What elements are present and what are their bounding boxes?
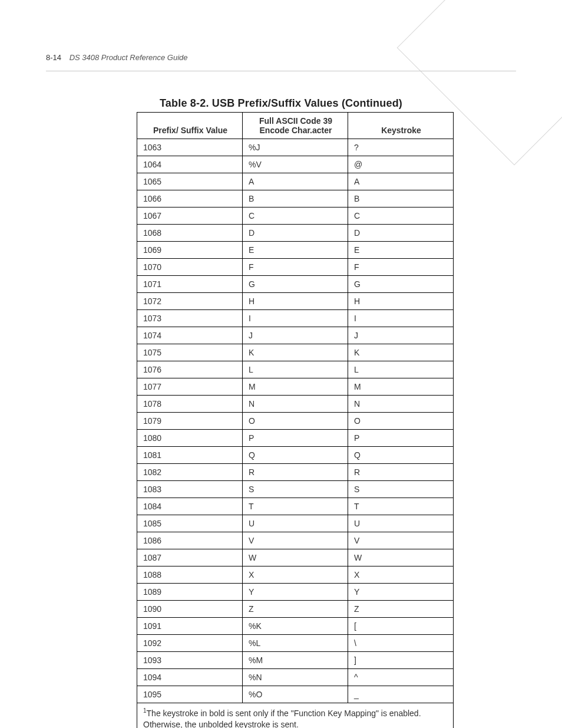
cell-encode-char: P	[243, 430, 348, 447]
cell-encode-char: %K	[243, 618, 348, 635]
cell-encode-char: %N	[243, 669, 348, 686]
table-row: 1080PP	[137, 430, 454, 447]
table-footnote: 1The keystroke in bold is sent only if t…	[137, 703, 454, 729]
cell-prefix-value: 1069	[137, 242, 243, 259]
cell-prefix-value: 1084	[137, 498, 243, 515]
cell-prefix-value: 1089	[137, 584, 243, 601]
cell-encode-char: U	[243, 515, 348, 532]
cell-keystroke: V	[348, 532, 454, 549]
table-row: 1081QQ	[137, 447, 454, 464]
cell-prefix-value: 1083	[137, 481, 243, 498]
table-row: 1078NN	[137, 396, 454, 413]
table-row: 1086VV	[137, 532, 454, 549]
cell-keystroke: H	[348, 293, 454, 310]
cell-keystroke: S	[348, 481, 454, 498]
cell-keystroke: G	[348, 276, 454, 293]
cell-encode-char: %J	[243, 139, 348, 156]
cell-prefix-value: 1068	[137, 225, 243, 242]
cell-prefix-value: 1092	[137, 635, 243, 652]
cell-keystroke: W	[348, 549, 454, 566]
cell-keystroke: L	[348, 361, 454, 378]
cell-keystroke: M	[348, 378, 454, 396]
table-row: 1089YY	[137, 584, 454, 601]
cell-prefix-value: 1088	[137, 566, 243, 584]
cell-keystroke: E	[348, 242, 454, 259]
cell-encode-char: T	[243, 498, 348, 515]
table-row: 1095%O_	[137, 686, 454, 703]
table-row: 1063%J?	[137, 139, 454, 156]
cell-prefix-value: 1095	[137, 686, 243, 703]
cell-encode-char: M	[243, 378, 348, 396]
cell-prefix-value: 1075	[137, 344, 243, 361]
cell-prefix-value: 1063	[137, 139, 243, 156]
table-row: 1084TT	[137, 498, 454, 515]
cell-keystroke: Z	[348, 601, 454, 618]
cell-prefix-value: 1090	[137, 601, 243, 618]
table-row: 1094%N^	[137, 669, 454, 686]
cell-encode-char: O	[243, 413, 348, 430]
table-row: 1073II	[137, 310, 454, 327]
cell-encode-char: V	[243, 532, 348, 549]
cell-keystroke: A	[348, 173, 454, 190]
cell-prefix-value: 1082	[137, 464, 243, 481]
cell-keystroke: T	[348, 498, 454, 515]
table-row: 1088XX	[137, 566, 454, 584]
page-number: 8-14	[46, 53, 61, 62]
table-row: 1093%M]	[137, 652, 454, 669]
cell-encode-char: %V	[243, 156, 348, 173]
cell-prefix-value: 1067	[137, 207, 243, 225]
table-row: 1082RR	[137, 464, 454, 481]
table-row: 1067CC	[137, 207, 454, 225]
cell-encode-char: H	[243, 293, 348, 310]
cell-encode-char: J	[243, 327, 348, 344]
table-row: 1091%K[	[137, 618, 454, 635]
prefix-suffix-table: Prefix/ Suffix Value Full ASCII Code 39 …	[137, 112, 454, 728]
cell-prefix-value: 1086	[137, 532, 243, 549]
cell-keystroke: U	[348, 515, 454, 532]
col-header-encode: Full ASCII Code 39 Encode Char.acter	[243, 113, 348, 139]
cell-prefix-value: 1076	[137, 361, 243, 378]
cell-keystroke: F	[348, 259, 454, 276]
cell-prefix-value: 1079	[137, 413, 243, 430]
cell-encode-char: B	[243, 190, 348, 207]
cell-prefix-value: 1065	[137, 173, 243, 190]
table-row: 1074JJ	[137, 327, 454, 344]
cell-prefix-value: 1078	[137, 396, 243, 413]
cell-encode-char: F	[243, 259, 348, 276]
running-header: 8-14 DS 3408 Product Reference Guide	[46, 53, 516, 62]
cell-prefix-value: 1085	[137, 515, 243, 532]
table-row: 1072HH	[137, 293, 454, 310]
cell-prefix-value: 1073	[137, 310, 243, 327]
table-row: 1075KK	[137, 344, 454, 361]
cell-encode-char: Z	[243, 601, 348, 618]
cell-keystroke: \	[348, 635, 454, 652]
cell-keystroke: [	[348, 618, 454, 635]
table-row: 1069EE	[137, 242, 454, 259]
cell-keystroke: ?	[348, 139, 454, 156]
table-header-row: Prefix/ Suffix Value Full ASCII Code 39 …	[137, 113, 454, 139]
cell-keystroke: P	[348, 430, 454, 447]
table-row: 1064%V@	[137, 156, 454, 173]
cell-keystroke: ]	[348, 652, 454, 669]
cell-encode-char: %M	[243, 652, 348, 669]
header-rule	[46, 71, 516, 71]
cell-keystroke: N	[348, 396, 454, 413]
table-row: 1087WW	[137, 549, 454, 566]
cell-keystroke: Y	[348, 584, 454, 601]
table-row: 1083SS	[137, 481, 454, 498]
table-row: 1065AA	[137, 173, 454, 190]
cell-prefix-value: 1066	[137, 190, 243, 207]
table-row: 1071GG	[137, 276, 454, 293]
cell-prefix-value: 1064	[137, 156, 243, 173]
cell-encode-char: W	[243, 549, 348, 566]
cell-encode-char: S	[243, 481, 348, 498]
cell-keystroke: J	[348, 327, 454, 344]
table-row: 1085UU	[137, 515, 454, 532]
doc-title: DS 3408 Product Reference Guide	[70, 53, 188, 62]
cell-prefix-value: 1071	[137, 276, 243, 293]
cell-keystroke: R	[348, 464, 454, 481]
cell-keystroke: X	[348, 566, 454, 584]
cell-encode-char: N	[243, 396, 348, 413]
col-header-value: Prefix/ Suffix Value	[137, 113, 243, 139]
cell-encode-char: E	[243, 242, 348, 259]
